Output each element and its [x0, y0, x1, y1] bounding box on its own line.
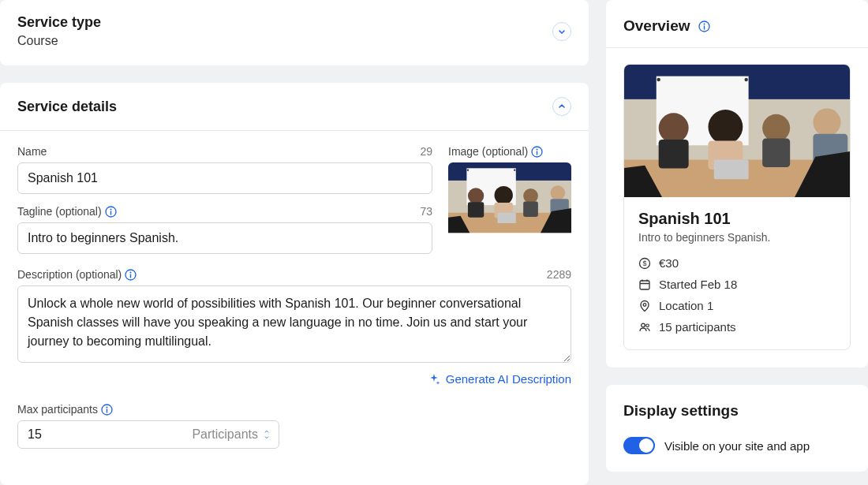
location-icon	[638, 300, 651, 312]
expand-service-type-button[interactable]	[552, 22, 571, 41]
overview-section: Overview Spanish 101 Intro to beginners …	[606, 0, 868, 367]
service-type-section: Service type Course	[0, 0, 589, 65]
svg-point-26	[643, 303, 646, 306]
svg-point-28	[646, 324, 649, 327]
preview-location: Location 1	[638, 299, 836, 312]
info-icon[interactable]	[101, 404, 113, 416]
image-upload[interactable]	[448, 162, 571, 254]
calendar-icon	[638, 278, 651, 291]
max-participants-value: 15	[28, 427, 42, 442]
service-details-section: Service details Name 29	[0, 83, 589, 485]
service-type-title: Service type	[17, 14, 101, 31]
preview-tagline: Intro to beginners Spanish.	[638, 231, 836, 244]
generate-ai-description-button[interactable]: Generate AI Description	[428, 372, 571, 386]
name-input[interactable]	[17, 162, 432, 194]
preview-card: Spanish 101 Intro to beginners Spanish. …	[623, 64, 851, 350]
overview-title: Overview	[623, 17, 690, 35]
preview-start-date: Started Feb 18	[638, 278, 836, 291]
tagline-input[interactable]	[17, 222, 432, 254]
visibility-label: Visible on your site and app	[664, 439, 810, 453]
max-participants-input[interactable]: 15 Participants	[17, 420, 279, 449]
max-participants-label: Max participants	[17, 403, 113, 416]
image-label: Image (optional)	[448, 145, 543, 158]
preview-price: $ €30	[638, 256, 836, 270]
name-char-count: 29	[420, 145, 432, 158]
stepper-icon[interactable]	[263, 429, 271, 440]
preview-participants: 15 participants	[638, 320, 836, 334]
description-char-count: 2289	[547, 268, 571, 281]
service-details-title: Service details	[17, 99, 117, 115]
name-label: Name	[17, 145, 47, 158]
chevron-down-icon	[557, 27, 567, 36]
sparkle-icon	[428, 373, 441, 386]
max-participants-unit: Participants	[192, 427, 258, 442]
svg-text:$: $	[642, 259, 646, 267]
info-icon[interactable]	[125, 269, 137, 281]
people-icon	[638, 321, 651, 334]
description-label: Description (optional)	[17, 268, 137, 281]
svg-rect-22	[640, 281, 649, 289]
preview-name: Spanish 101	[638, 210, 836, 228]
info-icon[interactable]	[698, 21, 710, 32]
display-settings-title: Display settings	[623, 402, 851, 420]
info-icon[interactable]	[105, 206, 117, 218]
chevron-up-icon	[557, 102, 567, 111]
tagline-char-count: 73	[420, 205, 432, 218]
currency-icon: $	[638, 257, 651, 270]
description-input[interactable]	[17, 285, 571, 363]
collapse-service-details-button[interactable]	[552, 97, 571, 116]
service-type-value: Course	[17, 34, 101, 48]
preview-image	[624, 65, 850, 197]
visibility-toggle[interactable]	[623, 437, 655, 454]
info-icon[interactable]	[531, 146, 543, 158]
display-settings-section: Display settings Visible on your site an…	[606, 385, 868, 472]
tagline-label: Tagline (optional)	[17, 205, 117, 218]
svg-point-27	[642, 323, 645, 327]
